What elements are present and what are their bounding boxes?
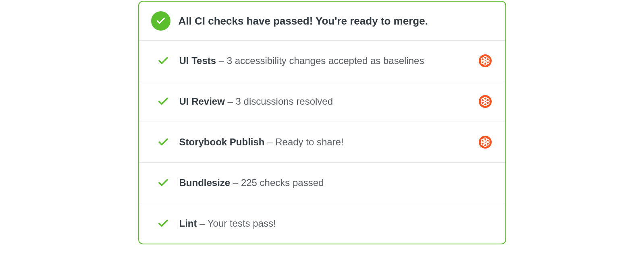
ci-header-row: All CI checks have passed! You're ready … [139,2,505,41]
ci-header-title: All CI checks have passed! You're ready … [179,15,428,27]
separator: – [265,136,276,147]
ci-check-row[interactable]: UI Tests – 3 accessibility changes accep… [139,41,505,81]
ci-check-text: Bundlesize – 225 checks passed [179,177,492,188]
ci-check-row[interactable]: Storybook Publish – Ready to share! [139,122,505,163]
check-icon [157,95,170,108]
ci-check-title: Storybook Publish [179,136,265,147]
ci-check-row[interactable]: UI Review – 3 discussions resolved [139,81,505,122]
ci-check-text: Lint – Your tests pass! [179,218,492,229]
check-icon [157,54,170,67]
ci-check-text: UI Review – 3 discussions resolved [179,96,479,107]
ci-check-detail: 225 checks passed [241,177,324,188]
ci-check-title: UI Review [179,96,225,107]
ci-check-detail: Your tests pass! [208,218,276,229]
ci-checks-card: All CI checks have passed! You're ready … [138,1,506,244]
check-icon [157,136,170,149]
separator: – [225,96,236,107]
chromatic-badge-icon[interactable] [479,95,492,108]
ci-check-title: Bundlesize [179,177,231,188]
ci-check-row[interactable]: Lint – Your tests pass! [139,203,505,244]
ci-check-title: Lint [179,218,197,229]
separator: – [230,177,241,188]
ci-check-row[interactable]: Bundlesize – 225 checks passed [139,163,505,203]
ci-check-detail: 3 discussions resolved [236,96,333,107]
chromatic-badge-icon[interactable] [479,54,492,67]
ci-check-detail: 3 accessibility changes accepted as base… [227,55,424,66]
success-check-circle-icon [151,11,170,31]
chromatic-badge-icon[interactable] [479,136,492,149]
ci-check-title: UI Tests [179,55,216,66]
separator: – [216,55,227,66]
check-icon [157,217,170,230]
separator: – [197,218,207,229]
ci-check-text: UI Tests – 3 accessibility changes accep… [179,55,479,66]
ci-check-text: Storybook Publish – Ready to share! [179,136,479,148]
check-icon [157,176,170,189]
ci-check-detail: Ready to share! [275,136,343,147]
